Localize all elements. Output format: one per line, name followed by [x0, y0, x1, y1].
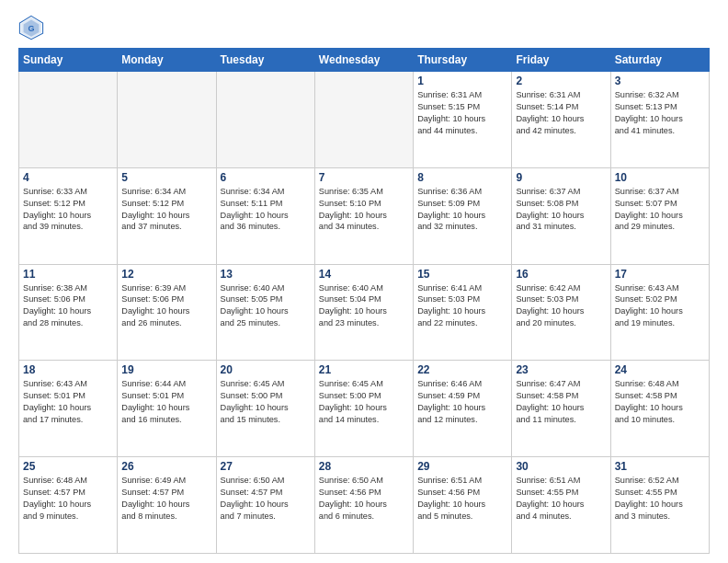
- day-info: Sunrise: 6:51 AM Sunset: 4:56 PM Dayligh…: [417, 475, 507, 523]
- day-info: Sunrise: 6:36 AM Sunset: 5:09 PM Dayligh…: [417, 186, 507, 234]
- day-number: 6: [221, 171, 311, 184]
- day-cell-13: 13Sunrise: 6:40 AM Sunset: 5:05 PM Dayli…: [216, 264, 314, 361]
- day-number: 29: [417, 460, 507, 473]
- day-info: Sunrise: 6:45 AM Sunset: 5:00 PM Dayligh…: [221, 378, 311, 426]
- day-cell-6: 6Sunrise: 6:34 AM Sunset: 5:11 PM Daylig…: [216, 167, 314, 264]
- day-info: Sunrise: 6:31 AM Sunset: 5:14 PM Dayligh…: [516, 89, 606, 137]
- day-cell-1: 1Sunrise: 6:31 AM Sunset: 5:15 PM Daylig…: [414, 72, 512, 168]
- day-info: Sunrise: 6:31 AM Sunset: 5:15 PM Dayligh…: [417, 89, 507, 137]
- day-number: 28: [319, 460, 409, 473]
- day-info: Sunrise: 6:50 AM Sunset: 4:56 PM Dayligh…: [319, 475, 409, 523]
- day-cell-14: 14Sunrise: 6:40 AM Sunset: 5:04 PM Dayli…: [314, 264, 413, 361]
- week-row-1: 1Sunrise: 6:31 AM Sunset: 5:15 PM Daylig…: [19, 72, 710, 168]
- day-info: Sunrise: 6:37 AM Sunset: 5:08 PM Dayligh…: [516, 186, 606, 234]
- day-info: Sunrise: 6:45 AM Sunset: 5:00 PM Dayligh…: [319, 378, 409, 426]
- day-number: 4: [23, 171, 113, 184]
- day-cell-9: 9Sunrise: 6:37 AM Sunset: 5:08 PM Daylig…: [512, 167, 610, 264]
- day-info: Sunrise: 6:42 AM Sunset: 5:03 PM Dayligh…: [516, 282, 606, 330]
- day-number: 20: [221, 363, 311, 376]
- week-row-3: 11Sunrise: 6:38 AM Sunset: 5:06 PM Dayli…: [19, 264, 710, 361]
- day-info: Sunrise: 6:51 AM Sunset: 4:55 PM Dayligh…: [516, 475, 606, 523]
- weekday-saturday: Saturday: [610, 49, 709, 72]
- day-number: 21: [319, 363, 409, 376]
- day-number: 24: [615, 363, 705, 376]
- day-cell-21: 21Sunrise: 6:45 AM Sunset: 5:00 PM Dayli…: [314, 361, 413, 457]
- day-cell-2: 2Sunrise: 6:31 AM Sunset: 5:14 PM Daylig…: [512, 72, 610, 168]
- day-cell-26: 26Sunrise: 6:49 AM Sunset: 4:57 PM Dayli…: [118, 457, 216, 554]
- day-number: 5: [121, 171, 211, 184]
- day-cell-28: 28Sunrise: 6:50 AM Sunset: 4:56 PM Dayli…: [314, 457, 413, 554]
- day-number: 16: [516, 268, 606, 281]
- day-number: 9: [516, 171, 606, 184]
- day-cell-25: 25Sunrise: 6:48 AM Sunset: 4:57 PM Dayli…: [19, 457, 118, 554]
- day-number: 14: [319, 268, 409, 281]
- day-number: 8: [417, 171, 507, 184]
- day-number: 31: [615, 460, 705, 473]
- day-number: 7: [319, 171, 409, 184]
- weekday-header-row: SundayMondayTuesdayWednesdayThursdayFrid…: [19, 49, 710, 72]
- day-number: 27: [221, 460, 311, 473]
- weekday-sunday: Sunday: [19, 49, 118, 72]
- day-number: 1: [417, 75, 507, 87]
- empty-cell: [314, 72, 413, 168]
- day-info: Sunrise: 6:52 AM Sunset: 4:55 PM Dayligh…: [615, 475, 705, 523]
- day-cell-7: 7Sunrise: 6:35 AM Sunset: 5:10 PM Daylig…: [314, 167, 413, 264]
- day-number: 11: [23, 268, 113, 281]
- day-info: Sunrise: 6:40 AM Sunset: 5:05 PM Dayligh…: [221, 282, 311, 330]
- day-number: 2: [516, 75, 606, 87]
- day-cell-12: 12Sunrise: 6:39 AM Sunset: 5:06 PM Dayli…: [118, 264, 216, 361]
- day-number: 18: [23, 363, 113, 376]
- weekday-wednesday: Wednesday: [314, 49, 413, 72]
- day-cell-5: 5Sunrise: 6:34 AM Sunset: 5:12 PM Daylig…: [118, 167, 216, 264]
- day-info: Sunrise: 6:44 AM Sunset: 5:01 PM Dayligh…: [121, 378, 211, 426]
- day-info: Sunrise: 6:32 AM Sunset: 5:13 PM Dayligh…: [615, 89, 705, 137]
- day-cell-22: 22Sunrise: 6:46 AM Sunset: 4:59 PM Dayli…: [414, 361, 512, 457]
- day-info: Sunrise: 6:37 AM Sunset: 5:07 PM Dayligh…: [615, 186, 705, 234]
- day-info: Sunrise: 6:39 AM Sunset: 5:06 PM Dayligh…: [121, 282, 211, 330]
- day-cell-4: 4Sunrise: 6:33 AM Sunset: 5:12 PM Daylig…: [19, 167, 118, 264]
- day-cell-11: 11Sunrise: 6:38 AM Sunset: 5:06 PM Dayli…: [19, 264, 118, 361]
- day-number: 22: [417, 363, 507, 376]
- calendar-table: SundayMondayTuesdayWednesdayThursdayFrid…: [18, 48, 710, 554]
- day-cell-3: 3Sunrise: 6:32 AM Sunset: 5:13 PM Daylig…: [610, 72, 709, 168]
- day-cell-29: 29Sunrise: 6:51 AM Sunset: 4:56 PM Dayli…: [414, 457, 512, 554]
- day-cell-23: 23Sunrise: 6:47 AM Sunset: 4:58 PM Dayli…: [512, 361, 610, 457]
- day-number: 15: [417, 268, 507, 281]
- header: G: [18, 15, 710, 40]
- empty-cell: [19, 72, 118, 168]
- week-row-5: 25Sunrise: 6:48 AM Sunset: 4:57 PM Dayli…: [19, 457, 710, 554]
- day-cell-27: 27Sunrise: 6:50 AM Sunset: 4:57 PM Dayli…: [216, 457, 314, 554]
- day-cell-18: 18Sunrise: 6:43 AM Sunset: 5:01 PM Dayli…: [19, 361, 118, 457]
- weekday-friday: Friday: [512, 49, 610, 72]
- day-info: Sunrise: 6:50 AM Sunset: 4:57 PM Dayligh…: [221, 475, 311, 523]
- day-cell-24: 24Sunrise: 6:48 AM Sunset: 4:58 PM Dayli…: [610, 361, 709, 457]
- day-info: Sunrise: 6:48 AM Sunset: 4:58 PM Dayligh…: [615, 378, 705, 426]
- day-info: Sunrise: 6:41 AM Sunset: 5:03 PM Dayligh…: [417, 282, 507, 330]
- logo-icon: G: [18, 15, 44, 40]
- day-number: 12: [121, 268, 211, 281]
- day-info: Sunrise: 6:35 AM Sunset: 5:10 PM Dayligh…: [319, 186, 409, 234]
- day-cell-30: 30Sunrise: 6:51 AM Sunset: 4:55 PM Dayli…: [512, 457, 610, 554]
- logo: G: [18, 15, 48, 40]
- day-info: Sunrise: 6:47 AM Sunset: 4:58 PM Dayligh…: [516, 378, 606, 426]
- day-number: 17: [615, 268, 705, 281]
- day-info: Sunrise: 6:48 AM Sunset: 4:57 PM Dayligh…: [23, 475, 113, 523]
- empty-cell: [216, 72, 314, 168]
- weekday-monday: Monday: [118, 49, 216, 72]
- day-number: 26: [121, 460, 211, 473]
- day-cell-10: 10Sunrise: 6:37 AM Sunset: 5:07 PM Dayli…: [610, 167, 709, 264]
- week-row-2: 4Sunrise: 6:33 AM Sunset: 5:12 PM Daylig…: [19, 167, 710, 264]
- day-cell-31: 31Sunrise: 6:52 AM Sunset: 4:55 PM Dayli…: [610, 457, 709, 554]
- day-number: 19: [121, 363, 211, 376]
- svg-text:G: G: [28, 24, 34, 33]
- week-row-4: 18Sunrise: 6:43 AM Sunset: 5:01 PM Dayli…: [19, 361, 710, 457]
- day-cell-19: 19Sunrise: 6:44 AM Sunset: 5:01 PM Dayli…: [118, 361, 216, 457]
- weekday-thursday: Thursday: [414, 49, 512, 72]
- day-cell-20: 20Sunrise: 6:45 AM Sunset: 5:00 PM Dayli…: [216, 361, 314, 457]
- day-info: Sunrise: 6:38 AM Sunset: 5:06 PM Dayligh…: [23, 282, 113, 330]
- page: G SundayMondayTuesdayWednesdayThursdayFr…: [0, 0, 728, 563]
- day-info: Sunrise: 6:43 AM Sunset: 5:01 PM Dayligh…: [23, 378, 113, 426]
- day-number: 3: [615, 75, 705, 87]
- day-cell-17: 17Sunrise: 6:43 AM Sunset: 5:02 PM Dayli…: [610, 264, 709, 361]
- day-info: Sunrise: 6:49 AM Sunset: 4:57 PM Dayligh…: [121, 475, 211, 523]
